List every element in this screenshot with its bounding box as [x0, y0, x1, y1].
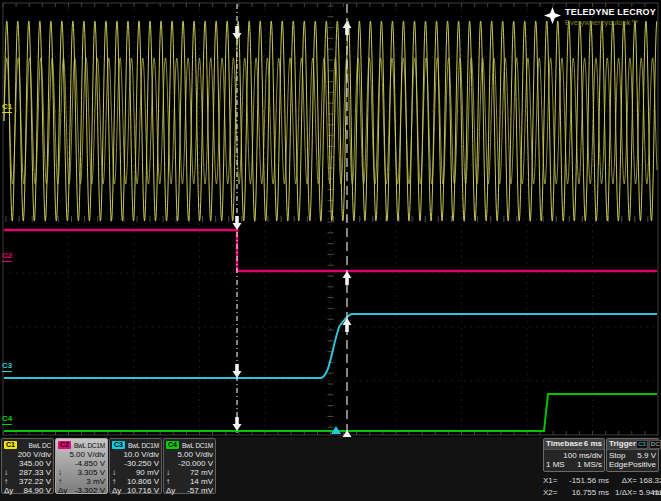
delta-y-label: Δy [58, 486, 68, 495]
channel-zero-marker-c2[interactable]: C2 [2, 252, 12, 262]
vdiv-value: 5.00 V/div [177, 450, 213, 459]
cursor-x1-marker-arrow [233, 26, 242, 40]
channel-descriptor-c3[interactable]: C3BwL DC1M 10.0 V/div -30.250 V ↓90 mV ↑… [109, 438, 162, 494]
channel-zero-marker-c4[interactable]: C4 [2, 415, 12, 425]
delta-y-value: -3.302 V [75, 486, 105, 495]
brand-name: TELEDYNE LECROY [565, 7, 656, 17]
cursor-max-arrow-icon: ↑ [112, 477, 122, 486]
offset-value: -20.000 V [178, 459, 213, 468]
timebase-delay: 6 ms [584, 439, 602, 449]
invdx-value: 5.9412 Hz [639, 487, 661, 501]
offset-value: -4.850 V [75, 459, 105, 468]
timebase-rate: 1 MS/s [577, 460, 602, 469]
channel-zero-label: C1 [2, 102, 12, 111]
x2-value: 16.755 ms [563, 487, 609, 501]
cursor-min-value: 72 mV [190, 468, 213, 477]
trigger-title: Trigger [609, 439, 636, 449]
teledyne-logo-icon [544, 7, 561, 24]
delta-y-value: 84.90 V [23, 486, 51, 495]
vdiv-value: 10.0 V/div [123, 450, 159, 459]
cursor-max-arrow-icon: ↑ [4, 477, 14, 486]
trace-c3 [4, 314, 657, 378]
invdx-label: 1/ΔX= [609, 487, 639, 501]
cursor-max-value: 14 mV [190, 477, 213, 486]
channel-descriptors: C1BwL DC 200 V/div 345.00 V ↓287.33 V ↑3… [1, 438, 216, 494]
vdiv-value: 200 V/div [18, 450, 51, 459]
cursor-min-arrow-icon: ↓ [58, 468, 68, 477]
cursor-max-arrow-icon: ↑ [166, 477, 176, 486]
timebase-scale: 100 ms/div [563, 451, 602, 460]
brand-tagline: Everywhereyoulook™ [565, 18, 656, 27]
cursor-x1-marker-arrow [233, 216, 242, 230]
cursor-max-value: 3 mV [86, 477, 105, 486]
cursor-min-arrow-icon: ↓ [112, 468, 122, 477]
channel-zero-label: C3 [2, 361, 12, 370]
cursor-readout: X1= -151.56 ms ΔX= 168.32 ms X2= 16.755 … [543, 475, 659, 499]
offset-value: -30.250 V [124, 459, 159, 468]
channel-descriptor-c4[interactable]: C4BwL DC1M 5.00 V/div -20.000 V ↓72 mV ↑… [163, 438, 216, 494]
status-bar: C1BwL DC 200 V/div 345.00 V ↓287.33 V ↑3… [0, 437, 661, 501]
delta-y-value: 10.716 V [127, 486, 159, 495]
delta-y-value: -57 mV [187, 486, 213, 495]
channel-tag-c4: C4 [166, 441, 179, 449]
delta-y-label: Δy [4, 486, 14, 495]
cursor-x1-marker-arrow [233, 364, 242, 378]
timebase-panel[interactable]: Timebase6 ms 100 ms/div 1 MS1 MS/s [543, 438, 605, 472]
channel-descriptor-c2[interactable]: C2BwL DC1M 5.00 V/div -4.850 V ↓3.305 V … [55, 438, 108, 494]
trigger-level: 5.9 V [637, 451, 656, 460]
channel-descriptor-c1[interactable]: C1BwL DC 200 V/div 345.00 V ↓287.33 V ↑3… [1, 438, 54, 494]
trigger-slope: Positive [628, 460, 656, 469]
cursor-min-arrow-icon: ↓ [166, 468, 176, 477]
timebase-trigger-cluster: Timebase6 ms 100 ms/div 1 MS1 MS/s Trigg… [543, 438, 659, 499]
channel-zero-label: C2 [2, 251, 12, 260]
trigger-coupling-tag: DC [649, 440, 661, 449]
oscilloscope-screen: C1 C2 C3 C4 TELEDYNE LECROY Everywhereyo… [0, 0, 661, 501]
cursor-max-value: 10.806 V [127, 477, 159, 486]
coupling-label: BwL DC1M [182, 442, 213, 449]
trigger-panel[interactable]: Trigger C3DC Stop5.9 V EdgePositive [606, 438, 659, 472]
channel-tag-c2: C2 [58, 441, 71, 449]
coupling-label: BwL DC1M [74, 442, 105, 449]
channel-tag-c3: C3 [112, 441, 125, 449]
waveform-graticule [0, 0, 661, 437]
cursor-x2-marker-arrow [343, 271, 352, 285]
channel-zero-marker-c3[interactable]: C3 [2, 362, 12, 372]
cursor-min-arrow-icon: ↓ [4, 468, 14, 477]
channel-zero-label: C4 [2, 414, 12, 423]
vdiv-value: 5.00 V/div [69, 450, 105, 459]
cursor-min-value: 287.33 V [19, 468, 51, 477]
timebase-samples: 1 MS [546, 460, 565, 469]
channel-zero-marker-c1[interactable]: C1 [2, 103, 12, 113]
coupling-label: BwL DC1M [128, 442, 159, 449]
cursor-max-arrow-icon: ↑ [58, 477, 68, 486]
trigger-type: Edge [609, 460, 628, 469]
coupling-label: BwL DC [29, 442, 51, 449]
channel-tag-c1: C1 [4, 441, 17, 449]
cursor-max-value: 372.22 V [19, 477, 51, 486]
delta-y-label: Δy [166, 486, 176, 495]
x2-label: X2= [543, 487, 563, 501]
offset-value: 345.00 V [19, 459, 51, 468]
cursor-min-value: 90 mV [136, 468, 159, 477]
cursor-x2-marker-arrow [343, 21, 352, 35]
cursor-x1-marker-arrow [233, 417, 242, 431]
trigger-mode: Stop [609, 451, 625, 460]
timebase-title: Timebase [546, 439, 583, 449]
trigger-source-tag: C3 [636, 440, 648, 449]
delta-y-label: Δy [112, 486, 122, 495]
cursor-min-value: 3.305 V [77, 468, 105, 477]
brand-logo: TELEDYNE LECROY Everywhereyoulook™ [544, 7, 656, 27]
